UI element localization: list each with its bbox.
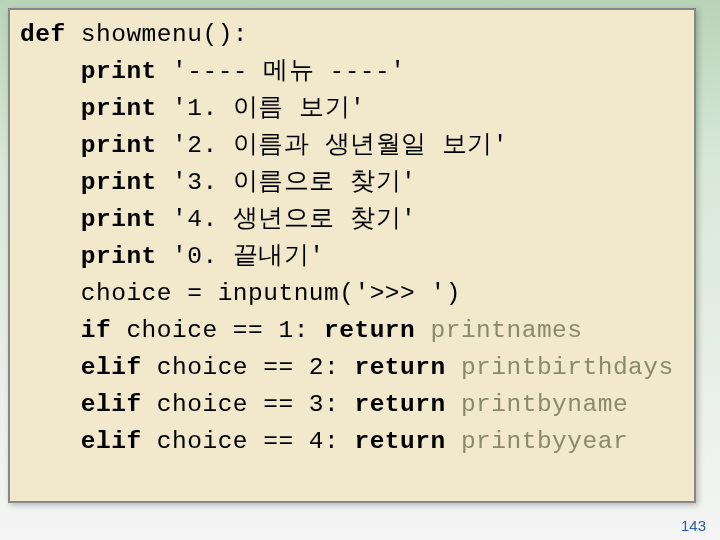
code-token: print <box>81 206 157 233</box>
code-token: return <box>354 354 445 381</box>
code-line: print '0. 끝내기' <box>20 238 684 275</box>
code-line: if choice == 1: return printnames <box>20 312 684 349</box>
code-token <box>415 317 430 344</box>
code-token: return <box>324 317 415 344</box>
code-line: def showmenu(): <box>20 16 684 53</box>
code-token: printbyyear <box>461 428 628 455</box>
code-token <box>446 354 461 381</box>
code-line: print '---- 메뉴 ----' <box>20 53 684 90</box>
code-token: choice == 3: <box>142 391 355 418</box>
page-number: 143 <box>681 517 706 534</box>
code-token: if <box>81 317 111 344</box>
code-token: '0. 끝내기' <box>157 243 325 270</box>
code-line: print '1. 이름 보기' <box>20 90 684 127</box>
code-line: elif choice == 3: return printbyname <box>20 386 684 423</box>
code-token: elif <box>81 428 142 455</box>
code-token: choice = inputnum('>>> ') <box>81 280 461 307</box>
code-token: '---- 메뉴 ----' <box>157 58 406 85</box>
code-token: '2. 이름과 생년월일 보기' <box>157 132 508 159</box>
code-line: elif choice == 4: return printbyyear <box>20 423 684 460</box>
code-token: elif <box>81 391 142 418</box>
code-token: printbirthdays <box>461 354 674 381</box>
code-token: choice == 2: <box>142 354 355 381</box>
code-token: return <box>354 391 445 418</box>
code-token: print <box>81 58 157 85</box>
code-token: print <box>81 95 157 122</box>
code-token <box>446 428 461 455</box>
code-token: choice == 1: <box>111 317 324 344</box>
code-token: choice == 4: <box>142 428 355 455</box>
code-block: def showmenu(): print '---- 메뉴 ----' pri… <box>8 8 696 503</box>
code-line: print '2. 이름과 생년월일 보기' <box>20 127 684 164</box>
code-token: def <box>20 21 81 48</box>
code-token: printbyname <box>461 391 628 418</box>
code-token: print <box>81 132 157 159</box>
code-line: elif choice == 2: return printbirthdays <box>20 349 684 386</box>
code-token: '1. 이름 보기' <box>157 95 365 122</box>
code-token: '4. 생년으로 찾기' <box>157 206 416 233</box>
code-token: return <box>354 428 445 455</box>
code-token: showmenu(): <box>81 21 248 48</box>
code-token <box>446 391 461 418</box>
code-token: print <box>81 169 157 196</box>
code-line: choice = inputnum('>>> ') <box>20 275 684 312</box>
code-token: print <box>81 243 157 270</box>
code-token: '3. 이름으로 찾기' <box>157 169 416 196</box>
code-token: printnames <box>430 317 582 344</box>
code-token: elif <box>81 354 142 381</box>
code-line: print '3. 이름으로 찾기' <box>20 164 684 201</box>
code-line: print '4. 생년으로 찾기' <box>20 201 684 238</box>
